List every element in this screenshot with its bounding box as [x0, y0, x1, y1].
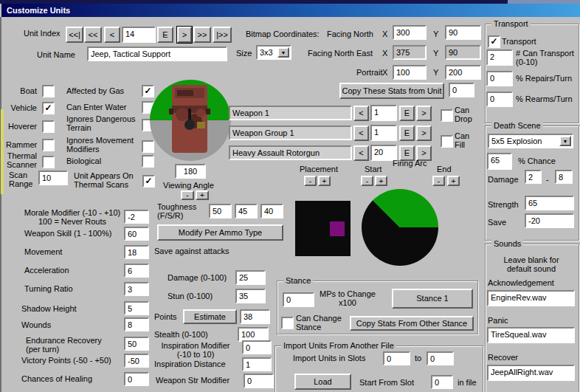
size-select[interactable]: 3x3 ▼: [256, 45, 291, 60]
portrait-y-input[interactable]: 200: [445, 65, 481, 80]
vehicle-checkbox[interactable]: ✓: [42, 102, 55, 114]
acknowledgement-input[interactable]: EngineRev.wav: [487, 290, 575, 306]
thermal-scans-checkbox[interactable]: ✓: [142, 175, 155, 188]
placement-plus-button[interactable]: +: [318, 176, 331, 186]
portrait-x-input[interactable]: 100: [393, 65, 427, 80]
viewing-angle-plus-button[interactable]: +: [196, 190, 209, 200]
hoverer-checkbox[interactable]: [42, 120, 55, 133]
copy-stats-from-unit-button[interactable]: Copy These Stats from Unit: [339, 83, 444, 99]
unit-index-next-fast-button[interactable]: >>: [193, 27, 211, 43]
size-label: Size: [236, 49, 252, 58]
movement-input[interactable]: 18: [124, 245, 149, 259]
death-save-input[interactable]: -20: [525, 213, 574, 228]
weapon-select[interactable]: Weapon 1: [229, 106, 352, 120]
affected-by-gas-checkbox[interactable]: ✓: [142, 85, 154, 97]
save-damage-label: Damage (0-100): [168, 273, 227, 282]
scan-range-input[interactable]: 10: [38, 171, 68, 185]
facing-north-x-input[interactable]: 300: [393, 25, 427, 40]
save-stun-input[interactable]: 35: [235, 289, 266, 303]
import-from-input[interactable]: 0: [383, 351, 410, 365]
transport-checkbox[interactable]: ✓: [488, 35, 500, 48]
stance-1-button[interactable]: Stance 1: [392, 289, 473, 309]
weapon-group-next-button[interactable]: >: [416, 125, 432, 141]
import-to-input[interactable]: 0: [427, 351, 454, 365]
unit-index-next-button[interactable]: >: [177, 27, 192, 43]
weapon-group-prev-button[interactable]: <: [353, 125, 369, 141]
weapon-group-edit-button[interactable]: E: [399, 125, 415, 141]
death-strength-input[interactable]: 65: [525, 196, 574, 210]
unit-index-input[interactable]: 14: [122, 27, 156, 43]
ignores-movement-modifiers-checkbox[interactable]: [142, 140, 154, 153]
death-scene-select[interactable]: 5x5 Explosion ▼: [488, 134, 573, 148]
unit-index-edit-button[interactable]: E: [157, 27, 173, 43]
mps-to-change-input[interactable]: 0: [283, 292, 314, 307]
title-bar[interactable]: Customize Units: [1, 4, 580, 17]
weapon-type-prev-button[interactable]: <: [353, 145, 369, 161]
repairs-per-turn-input[interactable]: 0: [486, 71, 513, 86]
acceleration-input[interactable]: 6: [124, 264, 149, 278]
copy-stats-from-other-stance-button[interactable]: Copy Stats From Other Stance: [350, 316, 474, 331]
placement-minus-button[interactable]: -: [304, 176, 317, 186]
weapon-next-button[interactable]: >: [416, 106, 432, 121]
can-transport-input[interactable]: 2: [486, 49, 513, 66]
chevron-down-icon[interactable]: ▼: [277, 47, 289, 58]
weapon-prev-button[interactable]: <: [353, 106, 369, 121]
unit-index-first-button[interactable]: <<|: [66, 27, 83, 43]
panic-input[interactable]: TireSqueal.wav: [487, 327, 575, 343]
modify-per-ammo-type-button[interactable]: Modify Per Ammo Type: [157, 224, 283, 241]
rammer-checkbox[interactable]: [42, 139, 55, 151]
death-damage-min-input[interactable]: 2: [525, 170, 542, 184]
inspiration-distance-input[interactable]: 1: [242, 357, 272, 371]
points-estimate-button[interactable]: Estimate: [183, 309, 237, 324]
weapon-edit-button[interactable]: E: [399, 106, 415, 121]
points-input[interactable]: 38: [240, 309, 270, 324]
morale-modifier-input[interactable]: -2: [124, 210, 149, 224]
arc-end-plus-button[interactable]: +: [447, 176, 460, 186]
death-damage-max-input[interactable]: 8: [555, 170, 573, 184]
death-chance-input[interactable]: 65: [487, 153, 512, 170]
toughness-rear-input[interactable]: 40: [260, 204, 283, 219]
death-chance-label: % Chance: [518, 157, 556, 165]
recover-input[interactable]: JeepAllRight.wav: [487, 365, 575, 381]
rearms-per-turn-input[interactable]: 0: [486, 92, 513, 107]
unit-index-prev-button[interactable]: <: [104, 27, 120, 43]
thermal-scanner-checkbox[interactable]: [42, 156, 55, 168]
chevron-down-icon[interactable]: ▼: [559, 136, 571, 146]
load-button[interactable]: Load: [294, 374, 351, 390]
weapon-group-select[interactable]: Weapon Group 1: [229, 125, 352, 140]
turning-ratio-input[interactable]: 3: [124, 282, 149, 296]
weapon-type-select[interactable]: Heavy Assault Rotorgun: [229, 145, 352, 160]
boat-checkbox[interactable]: [42, 85, 55, 97]
stealth-input[interactable]: 100: [238, 327, 269, 342]
weapon-str-modifier-input[interactable]: 0: [244, 374, 274, 388]
arc-end-minus-button[interactable]: -: [432, 176, 445, 186]
save-damage-input[interactable]: 25: [235, 270, 266, 285]
unit-index-prev-fast-button[interactable]: <<: [84, 27, 102, 43]
wounds-input[interactable]: 8: [124, 317, 149, 331]
inspiration-modifier-input[interactable]: 0: [242, 340, 272, 354]
copy-stats-unit-input[interactable]: 0: [449, 83, 474, 97]
facing-north-y-input[interactable]: 90: [445, 25, 481, 40]
shadow-height-input[interactable]: 5: [124, 301, 149, 315]
chances-of-healing-input[interactable]: 0: [124, 372, 149, 386]
viewing-angle-minus-button[interactable]: -: [181, 190, 194, 200]
weapon-group-index-input[interactable]: 1: [370, 125, 397, 141]
endurance-recovery-input[interactable]: 50: [124, 337, 149, 351]
toughness-side-input[interactable]: 45: [235, 204, 258, 219]
viewing-angle-input[interactable]: 180: [175, 164, 206, 179]
arc-start-minus-button[interactable]: -: [361, 176, 373, 186]
can-drop-checkbox[interactable]: [441, 109, 453, 122]
unit-name-input[interactable]: Jeep, Tactical Support: [87, 47, 227, 61]
unit-index-last-button[interactable]: |>>: [213, 27, 232, 43]
start-from-slot-input[interactable]: 0: [431, 375, 453, 389]
rearms-per-turn-label: % Rearms/Turn: [516, 94, 573, 103]
victory-points-input[interactable]: -50: [124, 354, 149, 368]
toughness-front-input[interactable]: 50: [209, 204, 232, 219]
can-change-stance-checkbox[interactable]: [281, 317, 294, 329]
death-scene-group-title: Death Scene: [491, 121, 543, 130]
arc-start-plus-button[interactable]: +: [375, 176, 387, 186]
can-fill-checkbox[interactable]: [441, 135, 453, 148]
biological-checkbox[interactable]: [142, 155, 154, 168]
weapon-index-input[interactable]: 1: [370, 105, 397, 121]
weapon-skill-input[interactable]: 60: [124, 227, 149, 241]
